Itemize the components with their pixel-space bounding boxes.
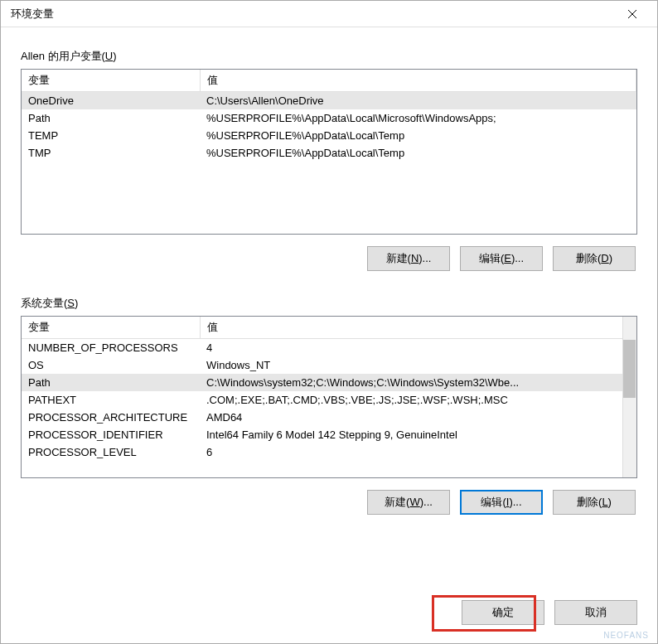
value-cell: Windows_NT <box>200 356 636 374</box>
scrollbar[interactable] <box>622 317 636 477</box>
table-row[interactable]: TMP%USERPROFILE%\AppData\Local\Temp <box>22 144 636 162</box>
system-edit-button[interactable]: 编辑(I)... <box>460 490 543 515</box>
variable-cell: PROCESSOR_LEVEL <box>22 443 200 461</box>
variable-cell: PATHEXT <box>22 391 200 409</box>
cancel-button[interactable]: 取消 <box>554 600 637 625</box>
table-row[interactable]: PATHEXT.COM;.EXE;.BAT;.CMD;.VBS;.VBE;.JS… <box>22 391 636 409</box>
variable-cell: NUMBER_OF_PROCESSORS <box>22 339 200 357</box>
value-cell: AMD64 <box>200 409 636 426</box>
ok-button[interactable]: 确定 <box>462 600 544 625</box>
close-button[interactable] <box>616 1 649 27</box>
column-header-value[interactable]: 值 <box>200 317 636 339</box>
table-row[interactable]: PROCESSOR_ARCHITECTUREAMD64 <box>22 409 636 426</box>
user-new-button[interactable]: 新建(N)... <box>367 246 450 271</box>
value-cell: %USERPROFILE%\AppData\Local\Temp <box>200 144 636 162</box>
value-cell: 4 <box>200 339 636 357</box>
value-cell: C:\Users\Allen\OneDrive <box>200 92 636 110</box>
watermark: NEOFANS <box>603 631 649 640</box>
value-cell: .COM;.EXE;.BAT;.CMD;.VBS;.VBE;.JS;.JSE;.… <box>200 391 636 409</box>
titlebar: 环境变量 <box>1 1 657 27</box>
system-variables-table[interactable]: 变量 值 NUMBER_OF_PROCESSORS4OSWindows_NTPa… <box>21 316 637 478</box>
footer-wrap: 确定 取消 NEOFANS <box>1 600 657 643</box>
scrollbar-thumb[interactable] <box>623 340 636 398</box>
system-new-button[interactable]: 新建(W)... <box>367 490 450 515</box>
column-header-variable[interactable]: 变量 <box>22 317 200 339</box>
table-row[interactable]: PROCESSOR_IDENTIFIERIntel64 Family 6 Mod… <box>22 426 636 443</box>
value-cell: 6 <box>200 443 636 461</box>
user-variables-group: Allen 的用户变量(U) 变量 值 OneDriveC:\Users\All… <box>21 42 637 271</box>
system-variables-label: 系统变量(S) <box>21 296 637 311</box>
variable-cell: TMP <box>22 144 200 162</box>
dialog-footer: 确定 取消 <box>1 600 657 643</box>
environment-variables-dialog: 环境变量 Allen 的用户变量(U) 变量 值 OneDr <box>0 0 658 644</box>
table-row[interactable]: Path%USERPROFILE%\AppData\Local\Microsof… <box>22 109 636 127</box>
value-cell: %USERPROFILE%\AppData\Local\Temp <box>200 127 636 144</box>
value-cell: C:\Windows\system32;C:\Windows;C:\Window… <box>200 374 636 391</box>
variable-cell: OS <box>22 356 200 374</box>
variable-cell: TEMP <box>22 127 200 144</box>
user-edit-button[interactable]: 编辑(E)... <box>460 246 543 271</box>
user-variables-table[interactable]: 变量 值 OneDriveC:\Users\Allen\OneDrivePath… <box>21 69 637 235</box>
variable-cell: PROCESSOR_ARCHITECTURE <box>22 409 200 426</box>
table-row[interactable]: OSWindows_NT <box>22 356 636 374</box>
table-row[interactable]: OneDriveC:\Users\Allen\OneDrive <box>22 92 636 110</box>
window-title: 环境变量 <box>11 7 616 22</box>
table-row[interactable]: TEMP%USERPROFILE%\AppData\Local\Temp <box>22 127 636 144</box>
column-header-value[interactable]: 值 <box>200 70 636 92</box>
table-row[interactable]: NUMBER_OF_PROCESSORS4 <box>22 339 636 357</box>
table-row[interactable]: PROCESSOR_LEVEL6 <box>22 443 636 461</box>
system-delete-button[interactable]: 删除(L) <box>553 490 636 515</box>
system-buttons-row: 新建(W)... 编辑(I)... 删除(L) <box>21 490 637 515</box>
dialog-body: Allen 的用户变量(U) 变量 值 OneDriveC:\Users\All… <box>1 27 657 600</box>
close-icon <box>627 9 637 19</box>
user-buttons-row: 新建(N)... 编辑(E)... 删除(D) <box>21 246 637 271</box>
system-variables-group: 系统变量(S) 变量 值 NUMBER_OF_PROCESSORS4OSWind… <box>21 289 637 515</box>
variable-cell: PROCESSOR_IDENTIFIER <box>22 426 200 443</box>
variable-cell: Path <box>22 109 200 127</box>
value-cell: Intel64 Family 6 Model 142 Stepping 9, G… <box>200 426 636 443</box>
user-delete-button[interactable]: 删除(D) <box>553 246 636 271</box>
variable-cell: OneDrive <box>22 92 200 110</box>
table-row[interactable]: PathC:\Windows\system32;C:\Windows;C:\Wi… <box>22 374 636 391</box>
column-header-variable[interactable]: 变量 <box>22 70 200 92</box>
variable-cell: Path <box>22 374 200 391</box>
value-cell: %USERPROFILE%\AppData\Local\Microsoft\Wi… <box>200 109 636 127</box>
user-variables-label: Allen 的用户变量(U) <box>21 49 637 64</box>
